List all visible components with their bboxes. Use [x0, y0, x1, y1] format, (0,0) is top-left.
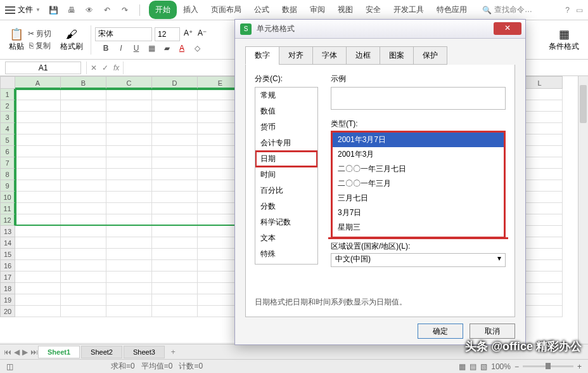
cell[interactable]	[106, 134, 152, 146]
cell[interactable]	[61, 100, 106, 112]
format-painter-button[interactable]: 🖌 格式刷	[56, 27, 87, 53]
category-item[interactable]: 特殊	[255, 246, 317, 262]
cell[interactable]	[152, 283, 198, 294]
category-item[interactable]: 百分比	[255, 183, 317, 199]
category-item[interactable]: 分数	[255, 199, 317, 214]
cell[interactable]	[106, 112, 152, 123]
font-size-select[interactable]	[155, 27, 180, 41]
cell[interactable]	[152, 169, 198, 180]
ribbon-tab-8[interactable]: 开发工具	[387, 1, 430, 19]
cell[interactable]	[15, 157, 61, 169]
cell[interactable]	[61, 134, 106, 146]
type-item[interactable]: 二〇〇一年三月	[333, 176, 504, 191]
dialog-titlebar[interactable]: S 单元格格式 ✕	[235, 20, 525, 39]
zoom-in-icon[interactable]: +	[577, 362, 582, 371]
dialog-tab[interactable]: 对齐	[279, 46, 313, 65]
cell[interactable]	[152, 123, 198, 134]
cell[interactable]	[15, 169, 61, 180]
cell[interactable]	[106, 237, 152, 249]
paste-button[interactable]: 📋 粘贴	[5, 26, 28, 53]
border-button[interactable]: ▦	[146, 44, 157, 53]
row-header[interactable]: 17	[0, 272, 15, 283]
save-icon[interactable]: 💾	[47, 3, 61, 17]
cell[interactable]	[61, 123, 106, 134]
decrease-font-icon[interactable]: A⁻	[196, 27, 208, 41]
cell[interactable]	[61, 192, 106, 203]
cell[interactable]	[152, 180, 198, 192]
underline-button[interactable]: U	[131, 44, 142, 53]
cell[interactable]	[152, 157, 198, 169]
cell[interactable]	[152, 260, 198, 272]
cell[interactable]	[61, 283, 106, 294]
cut-button[interactable]: ✂剪切	[28, 29, 51, 39]
cell[interactable]	[61, 180, 106, 192]
cell[interactable]	[15, 214, 61, 226]
cell[interactable]	[61, 112, 106, 123]
menu-icon[interactable]	[5, 6, 15, 14]
conditional-format-button[interactable]: ▦ 条件格式	[545, 26, 583, 53]
row-header[interactable]: 9	[0, 180, 15, 192]
dialog-tab[interactable]: 边框	[346, 46, 380, 65]
redo-icon[interactable]: ↷	[118, 3, 132, 17]
column-header[interactable]: A	[15, 76, 61, 89]
row-header[interactable]: 2	[0, 100, 15, 112]
cell[interactable]	[61, 157, 106, 169]
row-header[interactable]: 7	[0, 157, 15, 169]
minimize-ribbon-icon[interactable]: ▭	[576, 6, 583, 15]
confirm-edit-icon[interactable]: ✓	[102, 63, 108, 72]
cell[interactable]	[15, 100, 61, 112]
category-item[interactable]: 自定义	[255, 262, 317, 265]
cell[interactable]	[106, 294, 152, 306]
cell[interactable]	[106, 306, 152, 317]
file-menu[interactable]: 文件	[18, 4, 33, 15]
row-header[interactable]: 20	[0, 306, 15, 317]
row-header[interactable]: 5	[0, 134, 15, 146]
ribbon-tab-0[interactable]: 开始	[149, 1, 177, 19]
ribbon-tab-9[interactable]: 特色应用	[430, 1, 473, 19]
zoom-slider[interactable]	[523, 365, 573, 367]
row-header[interactable]: 4	[0, 123, 15, 134]
row-header[interactable]: 18	[0, 283, 15, 294]
cell[interactable]	[15, 112, 61, 123]
dialog-tab[interactable]: 保护	[413, 46, 447, 65]
type-item[interactable]: 三月七日	[333, 191, 504, 206]
font-name-select[interactable]	[95, 27, 152, 41]
ribbon-tab-7[interactable]: 安全	[359, 1, 387, 19]
cell[interactable]	[152, 272, 198, 283]
column-header[interactable]: D	[152, 76, 198, 89]
cancel-button[interactable]: 取消	[470, 324, 515, 339]
print-icon[interactable]: 🖶	[65, 3, 79, 17]
cell[interactable]	[106, 157, 152, 169]
cell[interactable]	[61, 146, 106, 157]
sheet-nav-prev-icon[interactable]: ◀	[14, 348, 20, 357]
zoom-out-icon[interactable]: −	[514, 362, 519, 371]
cell[interactable]	[106, 100, 152, 112]
cell[interactable]	[152, 89, 198, 100]
category-list[interactable]: 常规数值货币会计专用日期时间百分比分数科学记数文本特殊自定义	[255, 87, 318, 265]
dialog-tab[interactable]: 图案	[380, 46, 414, 65]
fill-color-button[interactable]: ▰	[161, 44, 172, 53]
cell[interactable]	[106, 146, 152, 157]
cell[interactable]	[61, 214, 106, 226]
cell[interactable]	[15, 180, 61, 192]
row-header[interactable]: 11	[0, 203, 15, 214]
ribbon-tab-1[interactable]: 插入	[177, 1, 205, 19]
cell[interactable]	[61, 260, 106, 272]
cell[interactable]	[61, 237, 106, 249]
category-item[interactable]: 时间	[255, 167, 317, 183]
type-item[interactable]: 2001年3月7日	[333, 133, 504, 147]
cell[interactable]	[152, 100, 198, 112]
ribbon-tab-6[interactable]: 视图	[331, 1, 359, 19]
cell[interactable]	[61, 226, 106, 237]
cell[interactable]	[15, 272, 61, 283]
pagebreak-view-icon[interactable]: ▧	[480, 362, 487, 371]
cell[interactable]	[152, 192, 198, 203]
cell[interactable]	[106, 260, 152, 272]
cell[interactable]	[106, 249, 152, 260]
row-header[interactable]: 8	[0, 169, 15, 180]
cell[interactable]	[61, 89, 106, 100]
category-item[interactable]: 数值	[255, 103, 317, 119]
cell[interactable]	[152, 226, 198, 237]
undo-icon[interactable]: ↶	[100, 3, 114, 17]
dialog-tab[interactable]: 数字	[245, 46, 279, 65]
